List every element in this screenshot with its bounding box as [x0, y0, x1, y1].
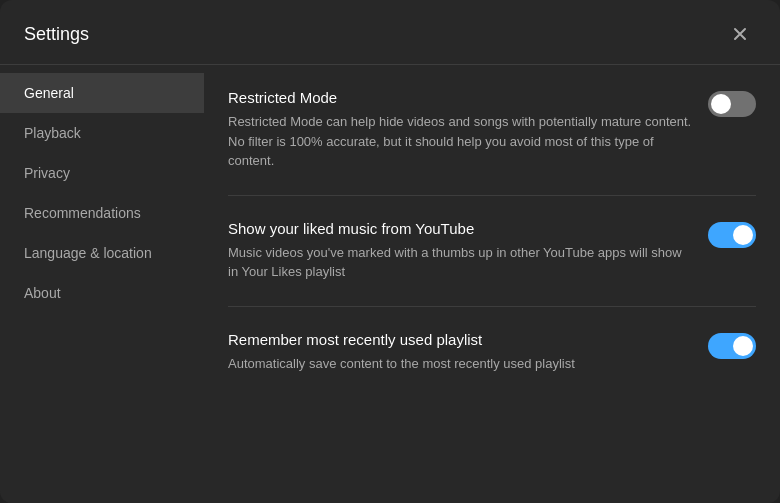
recent-playlist-toggle[interactable] [708, 333, 756, 359]
liked-music-toggle[interactable] [708, 222, 756, 248]
sidebar-item-about[interactable]: About [0, 273, 204, 313]
recent-playlist-row: Remember most recently used playlist Aut… [228, 307, 756, 398]
modal-header: Settings [0, 0, 780, 65]
liked-music-row: Show your liked music from YouTube Music… [228, 196, 756, 307]
sidebar: General Playback Privacy Recommendations… [0, 65, 204, 503]
sidebar-item-language-location[interactable]: Language & location [0, 233, 204, 273]
modal-body: General Playback Privacy Recommendations… [0, 65, 780, 503]
liked-music-text: Show your liked music from YouTube Music… [228, 220, 708, 282]
settings-modal: Settings General Playback Privacy Recomm… [0, 0, 780, 503]
liked-music-desc: Music videos you've marked with a thumbs… [228, 243, 692, 282]
sidebar-item-privacy[interactable]: Privacy [0, 153, 204, 193]
recent-playlist-thumb [733, 336, 753, 356]
restricted-mode-row: Restricted Mode Restricted Mode can help… [228, 65, 756, 196]
close-button[interactable] [724, 18, 756, 50]
sidebar-item-general[interactable]: General [0, 73, 204, 113]
restricted-mode-desc: Restricted Mode can help hide videos and… [228, 112, 692, 171]
recent-playlist-label: Remember most recently used playlist [228, 331, 692, 348]
recent-playlist-desc: Automatically save content to the most r… [228, 354, 692, 374]
restricted-mode-toggle[interactable] [708, 91, 756, 117]
sidebar-item-recommendations[interactable]: Recommendations [0, 193, 204, 233]
liked-music-thumb [733, 225, 753, 245]
restricted-mode-text: Restricted Mode Restricted Mode can help… [228, 89, 708, 171]
modal-title: Settings [24, 24, 89, 45]
close-icon [731, 25, 749, 43]
restricted-mode-thumb [711, 94, 731, 114]
settings-content: Restricted Mode Restricted Mode can help… [204, 65, 780, 503]
restricted-mode-label: Restricted Mode [228, 89, 692, 106]
recent-playlist-text: Remember most recently used playlist Aut… [228, 331, 708, 374]
liked-music-label: Show your liked music from YouTube [228, 220, 692, 237]
sidebar-item-playback[interactable]: Playback [0, 113, 204, 153]
